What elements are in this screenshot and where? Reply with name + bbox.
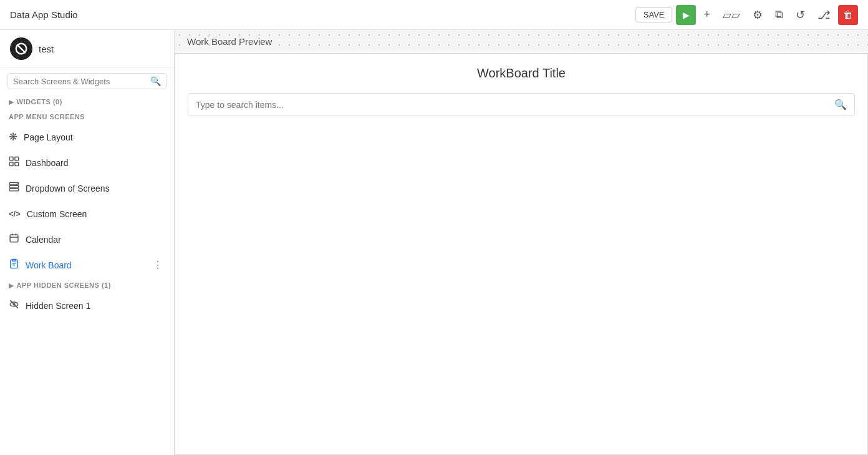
preview-search-input[interactable] — [196, 100, 834, 110]
content-area: Work Board Preview WorkBoard Title 🔍 — [175, 30, 868, 455]
app-hidden-section-header[interactable]: ▶ APP HIDDEN SCREENS (1) — [0, 278, 174, 293]
sidebar-item-label-page-layout: Page Layout — [24, 132, 144, 142]
preview-search-box[interactable]: 🔍 — [188, 93, 855, 116]
work-board-icon — [9, 258, 19, 272]
search-bar[interactable]: 🔍 — [7, 73, 166, 89]
sidebar-item-page-layout[interactable]: ❋ Page Layout ⋮ — [0, 124, 174, 150]
svg-rect-3 — [15, 157, 19, 160]
preview-header: Work Board Preview — [175, 30, 868, 53]
sidebar-item-dashboard[interactable]: Dashboard ⋮ — [0, 150, 174, 175]
sidebar-item-label-calendar: Calendar — [26, 235, 144, 245]
topbar-right: SAVE ▶ + ▱▱ ⚙ ⧉ ↺ ⎇ 🗑 — [635, 4, 858, 26]
trash-icon: 🗑 — [843, 9, 853, 21]
sidebar-item-label-work-board: Work Board — [26, 260, 144, 270]
play-button[interactable]: ▶ — [676, 5, 696, 25]
copy-button[interactable]: ⧉ — [770, 4, 788, 25]
dropdown-screens-icon — [9, 182, 19, 195]
app-menu-section-label: APP MENU SCREENS — [9, 113, 85, 120]
custom-screen-icon: </> — [9, 209, 21, 218]
svg-line-1 — [17, 44, 26, 53]
topbar-left: Data App Studio — [10, 9, 77, 20]
play-icon: ▶ — [683, 10, 690, 20]
widgets-section-label: WIDGETS (0) — [17, 98, 62, 105]
gear-icon: ⚙ — [753, 8, 763, 22]
app-title: Data App Studio — [10, 9, 77, 20]
settings-button[interactable]: ⚙ — [748, 4, 768, 26]
calendar-icon — [9, 233, 19, 247]
svg-rect-10 — [10, 234, 18, 242]
dashboard-icon — [9, 156, 19, 170]
search-input[interactable] — [13, 77, 150, 86]
sidebar-item-custom-screen[interactable]: </> Custom Screen ⋮ — [0, 201, 174, 227]
app-menu-section-header[interactable]: APP MENU SCREENS — [0, 109, 174, 124]
svg-line-20 — [10, 300, 18, 308]
sidebar: test 🔍 ▶ WIDGETS (0) APP MENU SCREENS ❋ … — [0, 30, 175, 455]
topbar: Data App Studio SAVE ▶ + ▱▱ ⚙ ⧉ ↺ ⎇ 🗑 — [0, 0, 868, 30]
sidebar-item-dropdown-screens[interactable]: Dropdown of Screens ⋮ — [0, 175, 174, 201]
page-layout-icon: ❋ — [9, 130, 17, 144]
sidebar-item-hidden-screen-1[interactable]: Hidden Screen 1 ⋮ — [0, 293, 174, 318]
svg-rect-8 — [9, 188, 18, 191]
sidebar-app-name: test — [39, 44, 54, 54]
hidden-screen-icon — [9, 299, 19, 313]
branch-button[interactable]: ⎇ — [813, 4, 836, 26]
sidebar-item-label-dashboard: Dashboard — [26, 158, 144, 168]
sidebar-item-calendar[interactable]: Calendar ⋮ — [0, 227, 174, 252]
app-hidden-section-label: APP HIDDEN SCREENS (1) — [17, 281, 111, 289]
search-icon: 🔍 — [150, 76, 161, 86]
svg-rect-5 — [15, 162, 19, 165]
preview-title: Work Board Preview — [187, 36, 272, 47]
main-layout: test 🔍 ▶ WIDGETS (0) APP MENU SCREENS ❋ … — [0, 30, 868, 455]
workboard-title: WorkBoard Title — [175, 54, 867, 93]
history-button[interactable]: ↺ — [791, 4, 810, 26]
sidebar-item-label-custom-screen: Custom Screen — [27, 209, 144, 219]
more-button-work-board[interactable]: ⋮ — [150, 258, 165, 272]
sidebar-item-label-hidden-screen-1: Hidden Screen 1 — [26, 301, 144, 311]
sidebar-header: test — [0, 30, 174, 68]
svg-rect-4 — [9, 162, 13, 165]
sidebar-item-label-dropdown-screens: Dropdown of Screens — [26, 183, 144, 193]
svg-rect-7 — [9, 185, 18, 188]
branch-icon: ⎇ — [817, 8, 831, 22]
preview-search-icon: 🔍 — [834, 99, 847, 110]
delete-button[interactable]: 🗑 — [838, 5, 858, 25]
layout-button[interactable]: ▱▱ — [718, 4, 745, 26]
search-icon-button[interactable]: 🔍 — [150, 76, 161, 86]
preview-area: WorkBoard Title 🔍 — [175, 53, 868, 455]
app-hidden-arrow: ▶ — [9, 282, 14, 289]
copy-icon: ⧉ — [775, 8, 783, 21]
history-icon: ↺ — [796, 8, 805, 22]
layout-icon: ▱▱ — [723, 8, 740, 22]
widgets-section-header[interactable]: ▶ WIDGETS (0) — [0, 94, 174, 109]
sidebar-item-work-board[interactable]: Work Board ⋮ — [0, 252, 174, 278]
add-button[interactable]: + — [698, 4, 715, 25]
widgets-arrow: ▶ — [9, 99, 14, 105]
save-button[interactable]: SAVE — [635, 7, 673, 22]
svg-rect-2 — [9, 157, 13, 160]
avatar — [10, 37, 32, 60]
add-icon: + — [703, 8, 710, 21]
